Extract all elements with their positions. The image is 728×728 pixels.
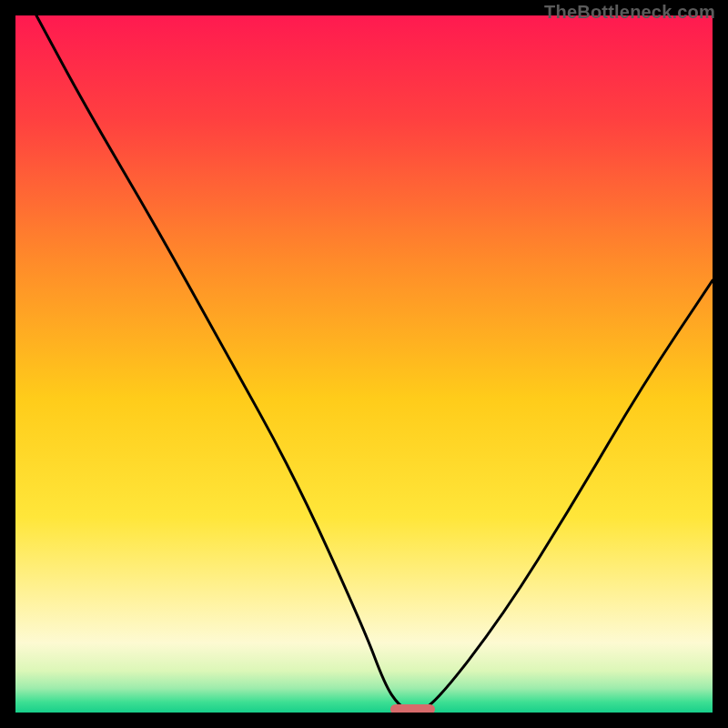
watermark-link[interactable]: TheBottleneck.com: [544, 2, 715, 23]
chart-frame: TheBottleneck.com: [0, 0, 728, 728]
plot-area: [15, 15, 713, 713]
bottleneck-curve: [15, 15, 713, 713]
sweet-spot-marker: [390, 704, 434, 713]
